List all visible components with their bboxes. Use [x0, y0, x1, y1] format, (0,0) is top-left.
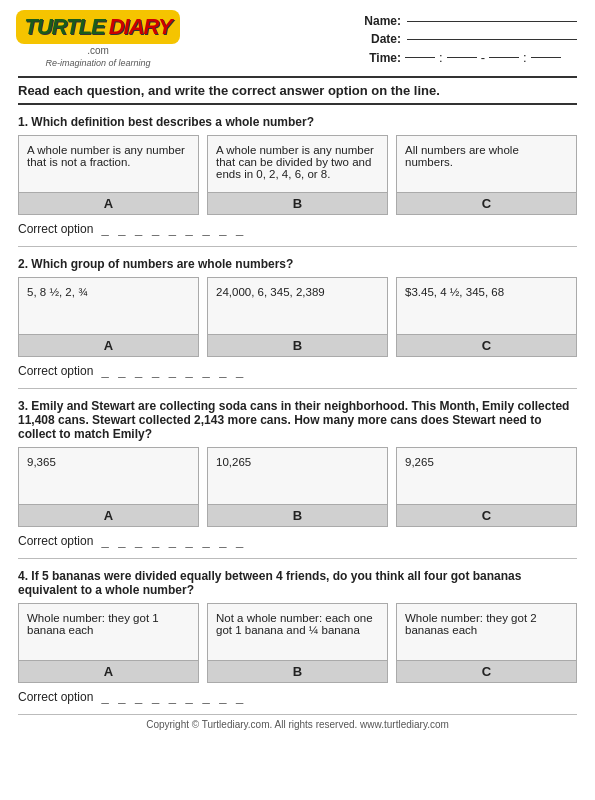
- correct-label-3: Correct option: [18, 534, 93, 548]
- question-3-options: 9,365A10,265B9,265C: [18, 447, 577, 527]
- question-1-option-C[interactable]: All numbers are whole numbers.C: [396, 135, 577, 215]
- question-4-option-C[interactable]: Whole number: they got 2 bananas eachC: [396, 603, 577, 683]
- option-B-letter: B: [208, 504, 387, 526]
- question-1-correct-row: Correct option_ _ _ _ _ _ _ _ _: [18, 221, 577, 236]
- question-1-option-B[interactable]: A whole number is any number that can be…: [207, 135, 388, 215]
- logo-box: TURTLE DIARY: [16, 10, 179, 44]
- option-A-letter: A: [19, 334, 198, 356]
- time-seg2[interactable]: [447, 57, 477, 58]
- question-4-option-B[interactable]: Not a whole number: each one got 1 banan…: [207, 603, 388, 683]
- question-3-option-B[interactable]: 10,265B: [207, 447, 388, 527]
- name-row: Name:: [363, 14, 577, 28]
- question-4-option-A[interactable]: Whole number: they got 1 banana eachA: [18, 603, 199, 683]
- logo-tagline-text: Re-imagination of learning: [45, 58, 150, 68]
- question-3-option-C[interactable]: 9,265C: [396, 447, 577, 527]
- question-2: 2. Which group of numbers are whole numb…: [18, 257, 577, 389]
- logo-com-text: .com: [87, 45, 109, 56]
- time-sep3: :: [523, 50, 527, 65]
- name-line[interactable]: [407, 21, 577, 22]
- question-1-options: A whole number is any number that is not…: [18, 135, 577, 215]
- option-B-letter: B: [208, 660, 387, 682]
- date-row: Date:: [363, 32, 577, 46]
- correct-dashes-4[interactable]: _ _ _ _ _ _ _ _ _: [101, 689, 246, 704]
- option-B-text: 24,000, 6, 345, 2,389: [208, 278, 387, 334]
- date-label: Date:: [363, 32, 401, 46]
- option-A-letter: A: [19, 504, 198, 526]
- divider-3: [18, 558, 577, 559]
- option-C-letter: C: [397, 334, 576, 356]
- option-C-text: Whole number: they got 2 bananas each: [397, 604, 576, 660]
- option-B-letter: B: [208, 334, 387, 356]
- correct-label-4: Correct option: [18, 690, 93, 704]
- correct-label-2: Correct option: [18, 364, 93, 378]
- correct-dashes-1[interactable]: _ _ _ _ _ _ _ _ _: [101, 221, 246, 236]
- divider-1: [18, 246, 577, 247]
- question-1-option-A[interactable]: A whole number is any number that is not…: [18, 135, 199, 215]
- question-4-correct-row: Correct option_ _ _ _ _ _ _ _ _: [18, 689, 577, 704]
- time-label: Time:: [363, 51, 401, 65]
- time-sep2: -: [481, 50, 485, 65]
- option-C-text: $3.45, 4 ½, 345, 68: [397, 278, 576, 334]
- question-2-options: 5, 8 ½, 2, ¾A24,000, 6, 345, 2,389B$3.45…: [18, 277, 577, 357]
- time-sep1: :: [439, 50, 443, 65]
- question-3-correct-row: Correct option_ _ _ _ _ _ _ _ _: [18, 533, 577, 548]
- option-C-text: 9,265: [397, 448, 576, 504]
- question-2-correct-row: Correct option_ _ _ _ _ _ _ _ _: [18, 363, 577, 378]
- name-fields: Name: Date: Time: : - :: [363, 10, 577, 65]
- question-2-option-B[interactable]: 24,000, 6, 345, 2,389B: [207, 277, 388, 357]
- question-4-options: Whole number: they got 1 banana eachANot…: [18, 603, 577, 683]
- option-C-text: All numbers are whole numbers.: [397, 136, 576, 192]
- option-C-letter: C: [397, 660, 576, 682]
- option-A-text: A whole number is any number that is not…: [19, 136, 198, 192]
- option-A-letter: A: [19, 660, 198, 682]
- question-2-label: 2. Which group of numbers are whole numb…: [18, 257, 577, 271]
- logo-diary-text: DIARY: [109, 14, 172, 40]
- page-header: TURTLE DIARY .com Re-imagination of lear…: [18, 10, 577, 68]
- time-seg1[interactable]: [405, 57, 435, 58]
- instructions: Read each question, and write the correc…: [18, 76, 577, 105]
- logo-area: TURTLE DIARY .com Re-imagination of lear…: [18, 10, 178, 68]
- divider-2: [18, 388, 577, 389]
- option-B-text: A whole number is any number that can be…: [208, 136, 387, 192]
- footer: Copyright © Turtlediary.com. All rights …: [18, 714, 577, 730]
- question-3-option-A[interactable]: 9,365A: [18, 447, 199, 527]
- time-row: Time: : - :: [363, 50, 577, 65]
- option-A-letter: A: [19, 192, 198, 214]
- option-C-letter: C: [397, 504, 576, 526]
- option-C-letter: C: [397, 192, 576, 214]
- correct-label-1: Correct option: [18, 222, 93, 236]
- question-4-label: 4. If 5 bananas were divided equally bet…: [18, 569, 577, 597]
- option-A-text: 5, 8 ½, 2, ¾: [19, 278, 198, 334]
- correct-dashes-3[interactable]: _ _ _ _ _ _ _ _ _: [101, 533, 246, 548]
- question-3: 3. Emily and Stewart are collecting soda…: [18, 399, 577, 559]
- instructions-text: Read each question, and write the correc…: [18, 83, 577, 98]
- correct-dashes-2[interactable]: _ _ _ _ _ _ _ _ _: [101, 363, 246, 378]
- name-label: Name:: [363, 14, 401, 28]
- question-1: 1. Which definition best describes a who…: [18, 115, 577, 247]
- time-seg4[interactable]: [531, 57, 561, 58]
- question-2-option-C[interactable]: $3.45, 4 ½, 345, 68C: [396, 277, 577, 357]
- option-A-text: 9,365: [19, 448, 198, 504]
- footer-text: Copyright © Turtlediary.com. All rights …: [146, 719, 449, 730]
- date-line[interactable]: [407, 39, 577, 40]
- option-B-letter: B: [208, 192, 387, 214]
- question-2-option-A[interactable]: 5, 8 ½, 2, ¾A: [18, 277, 199, 357]
- option-B-text: Not a whole number: each one got 1 banan…: [208, 604, 387, 660]
- questions-container: 1. Which definition best describes a who…: [18, 115, 577, 704]
- logo-turtle-text: TURTLE: [24, 14, 104, 40]
- question-1-label: 1. Which definition best describes a who…: [18, 115, 577, 129]
- question-4: 4. If 5 bananas were divided equally bet…: [18, 569, 577, 704]
- question-3-label: 3. Emily and Stewart are collecting soda…: [18, 399, 577, 441]
- option-B-text: 10,265: [208, 448, 387, 504]
- time-seg3[interactable]: [489, 57, 519, 58]
- option-A-text: Whole number: they got 1 banana each: [19, 604, 198, 660]
